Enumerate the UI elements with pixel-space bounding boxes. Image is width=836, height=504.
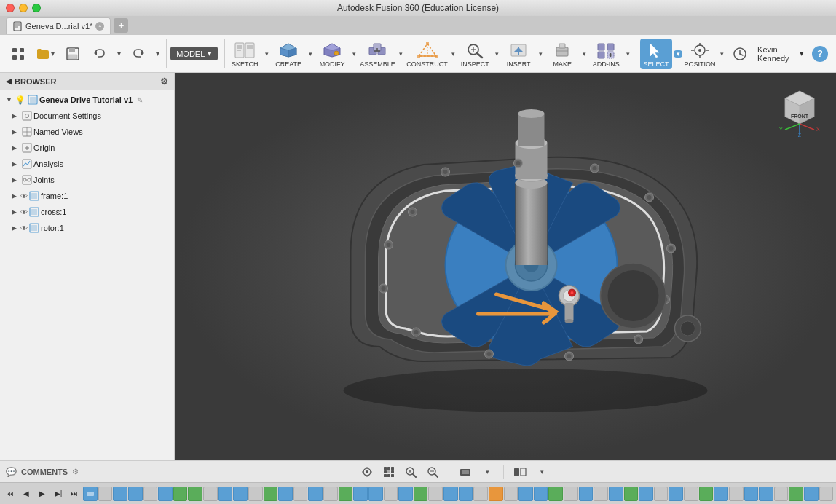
insert-button[interactable]: INSERT xyxy=(502,39,535,69)
timeline-item[interactable] xyxy=(564,487,578,501)
timeline-item[interactable] xyxy=(143,487,158,501)
zoom-button[interactable] xyxy=(403,464,419,480)
timeline-item[interactable] xyxy=(684,487,698,501)
tree-document-settings[interactable]: ▶ Document Settings xyxy=(0,108,174,124)
timeline-item[interactable] xyxy=(308,487,323,501)
save-button[interactable] xyxy=(60,42,86,66)
timeline-end-button[interactable]: ⏭ xyxy=(67,487,82,501)
timeline-item[interactable] xyxy=(278,487,293,501)
timeline-item[interactable] xyxy=(639,487,653,501)
timeline-item[interactable] xyxy=(489,487,503,501)
new-tab-button[interactable]: + xyxy=(114,18,128,33)
create-button[interactable]: CREATE xyxy=(272,39,304,69)
timeline-item[interactable] xyxy=(744,487,759,501)
inspect-button[interactable]: INSPECT xyxy=(459,39,491,69)
timeline-item[interactable] xyxy=(323,487,338,501)
tree-rotor1[interactable]: ▶ 👁 rotor:1 xyxy=(0,220,174,236)
modify-dropdown[interactable]: ▾ xyxy=(350,50,358,58)
display-dropdown[interactable]: ▾ xyxy=(479,464,495,480)
timeline-item[interactable] xyxy=(188,487,202,501)
timeline-item[interactable] xyxy=(819,487,833,501)
timeline-item[interactable] xyxy=(428,487,443,501)
timeline-item[interactable] xyxy=(98,487,113,501)
timeline-item[interactable] xyxy=(113,487,127,501)
timeline-item[interactable] xyxy=(729,487,744,501)
render-dropdown[interactable]: ▾ xyxy=(534,464,550,480)
timeline-item[interactable] xyxy=(534,487,548,501)
timeline-item[interactable] xyxy=(714,487,728,501)
timeline-item[interactable] xyxy=(128,487,143,501)
view-cube[interactable]: FRONT Z X Y xyxy=(770,80,829,138)
timeline-item[interactable] xyxy=(203,487,218,501)
timeline-item[interactable] xyxy=(669,487,683,501)
sketch-dropdown[interactable]: ▾ xyxy=(262,50,271,58)
timeline-item[interactable] xyxy=(248,487,263,501)
tab-close-button[interactable]: × xyxy=(95,22,104,31)
file-button[interactable]: ▾ xyxy=(33,45,59,63)
viewport[interactable]: FRONT Z X Y xyxy=(175,73,836,460)
timeline-item[interactable] xyxy=(699,487,714,501)
inspect-dropdown[interactable]: ▾ xyxy=(492,50,501,58)
redo-button[interactable] xyxy=(125,42,151,66)
timeline-item[interactable] xyxy=(264,487,278,501)
select-button[interactable]: SELECT xyxy=(640,39,672,69)
model-dropdown[interactable]: MODEL ▾ xyxy=(170,47,218,60)
assemble-dropdown[interactable]: ▾ xyxy=(397,50,406,58)
close-button[interactable] xyxy=(6,4,15,12)
timeline-item[interactable] xyxy=(579,487,594,501)
comments-expand-icon[interactable]: ⚙ xyxy=(72,468,79,476)
timeline-item[interactable] xyxy=(504,487,518,501)
addins-button[interactable]: ADD-INS xyxy=(590,39,622,69)
timeline-item[interactable] xyxy=(473,487,488,501)
modify-button[interactable]: MODIFY xyxy=(316,39,348,69)
timeline-item[interactable] xyxy=(548,487,563,501)
timeline-item[interactable] xyxy=(398,487,413,501)
make-button[interactable]: MAKE xyxy=(546,39,578,69)
snap-button[interactable] xyxy=(359,464,375,480)
tree-cross1[interactable]: ▶ 👁 cross:1 xyxy=(0,204,174,220)
undo-button[interactable] xyxy=(87,42,113,66)
timeline-item[interactable] xyxy=(414,487,428,501)
root-edit-icon[interactable]: ✎ xyxy=(137,96,143,104)
timeline-play-button[interactable]: ▶ xyxy=(35,487,50,501)
timeline-item[interactable] xyxy=(339,487,353,501)
timeline-item[interactable] xyxy=(83,487,98,501)
tree-origin[interactable]: ▶ Origin xyxy=(0,140,174,156)
user-name[interactable]: Kevin Kennedy ▾ xyxy=(757,45,804,63)
redo-dropdown[interactable]: ▾ xyxy=(152,50,162,58)
timeline-prev-button[interactable]: ◀ xyxy=(19,487,33,501)
undo-dropdown[interactable]: ▾ xyxy=(114,50,124,58)
tree-named-views[interactable]: ▶ Named Views xyxy=(0,124,174,140)
timeline-item[interactable] xyxy=(443,487,458,501)
timeline-item[interactable] xyxy=(158,487,173,501)
display-mode-button[interactable] xyxy=(457,464,473,480)
render-mode-button[interactable] xyxy=(512,464,528,480)
timeline-item[interactable] xyxy=(804,487,819,501)
insert-dropdown[interactable]: ▾ xyxy=(536,50,545,58)
comments-section[interactable]: 💬 COMMENTS ⚙ xyxy=(6,467,79,477)
browser-collapse-button[interactable]: ◀ xyxy=(6,77,12,85)
select-dropdown[interactable]: ▾ xyxy=(674,50,682,58)
maximize-button[interactable] xyxy=(32,4,41,12)
timeline-item[interactable] xyxy=(293,487,308,501)
zoom-fit-button[interactable] xyxy=(425,464,441,480)
timeline-item[interactable] xyxy=(774,487,789,501)
timeline-item[interactable] xyxy=(233,487,248,501)
timeline-item[interactable] xyxy=(654,487,669,501)
make-dropdown[interactable]: ▾ xyxy=(580,50,588,58)
timeline-next-button[interactable]: ▶| xyxy=(51,487,66,501)
timeline-item[interactable] xyxy=(173,487,188,501)
construct-dropdown[interactable]: ▾ xyxy=(449,50,457,58)
timeline-item[interactable] xyxy=(353,487,368,501)
timeline-item[interactable] xyxy=(368,487,383,501)
apps-button[interactable] xyxy=(6,42,31,66)
browser-settings-icon[interactable]: ⚙ xyxy=(160,76,168,87)
addins-dropdown[interactable]: ▾ xyxy=(623,50,632,58)
tree-root[interactable]: ▼ 💡 Geneva Drive Tutorial v1 ✎ xyxy=(0,92,174,108)
timeline-item[interactable] xyxy=(759,487,773,501)
create-dropdown[interactable]: ▾ xyxy=(306,50,315,58)
timeline-item[interactable] xyxy=(218,487,233,501)
help-button[interactable]: ? xyxy=(810,44,830,63)
timeline-item[interactable] xyxy=(609,487,623,501)
timeline-item[interactable] xyxy=(459,487,473,501)
